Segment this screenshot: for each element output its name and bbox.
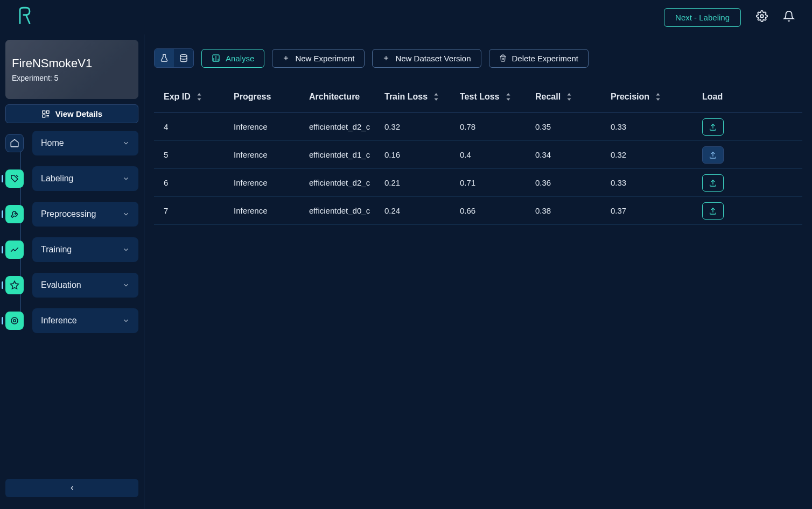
svg-rect-3 xyxy=(43,115,45,117)
upload-icon xyxy=(709,123,717,131)
chevron-down-icon xyxy=(122,175,130,182)
evaluation-icon xyxy=(5,276,24,294)
table-header: Exp ID Progress Architecture Train Loss … xyxy=(154,81,802,113)
svg-marker-22 xyxy=(435,98,438,100)
load-button[interactable] xyxy=(702,146,724,164)
load-button[interactable] xyxy=(702,174,724,192)
home-icon xyxy=(5,134,24,152)
cell-test-loss: 0.4 xyxy=(460,150,535,159)
sidebar-item-preprocessing[interactable]: Preprocessing xyxy=(5,202,138,227)
cell-progress: Inference xyxy=(234,150,309,159)
th-precision[interactable]: Precision xyxy=(611,92,702,102)
upload-icon xyxy=(709,179,717,187)
plus-icon xyxy=(382,54,390,62)
load-button[interactable] xyxy=(702,202,724,220)
table-row[interactable]: 4Inferenceefficientdet_d2_c0.320.780.350… xyxy=(154,113,802,141)
svg-marker-23 xyxy=(506,93,510,95)
sidebar: FireNSmokeV1 Experiment: 5 View Details … xyxy=(0,34,144,509)
settings-icon[interactable] xyxy=(756,10,768,24)
trash-icon xyxy=(499,54,507,62)
project-title: FireNSmokeV1 xyxy=(12,56,132,70)
nav-tick xyxy=(2,246,3,253)
cell-exp-id: 4 xyxy=(164,122,234,131)
sidebar-item-inference[interactable]: Inference xyxy=(5,308,138,333)
new-experiment-button[interactable]: New Experiment xyxy=(272,49,365,68)
sidebar-item-label: Labeling xyxy=(41,174,74,183)
cell-progress: Inference xyxy=(234,206,309,215)
sidebar-item-training[interactable]: Training xyxy=(5,237,138,262)
plus-icon xyxy=(282,54,290,62)
sidebar-item-label: Preprocessing xyxy=(41,209,96,219)
nav-tick xyxy=(2,175,3,182)
sort-icon xyxy=(196,93,202,101)
sidebar-item-label: Evaluation xyxy=(41,280,81,290)
experiments-table: Exp ID Progress Architecture Train Loss … xyxy=(154,81,802,225)
sidebar-item-button[interactable]: Inference xyxy=(32,308,138,333)
chevron-down-icon xyxy=(122,139,130,147)
nav-tick xyxy=(2,210,3,218)
cell-precision: 0.32 xyxy=(611,150,702,159)
svg-point-10 xyxy=(180,54,187,56)
load-button[interactable] xyxy=(702,118,724,136)
cell-test-loss: 0.66 xyxy=(460,206,535,215)
th-train-loss[interactable]: Train Loss xyxy=(384,92,460,102)
sidebar-item-button[interactable]: Training xyxy=(32,237,138,262)
sidebar-item-button[interactable]: Preprocessing xyxy=(32,202,138,227)
sidebar-item-evaluation[interactable]: Evaluation xyxy=(5,273,138,298)
project-card: FireNSmokeV1 Experiment: 5 xyxy=(5,40,138,99)
chevron-down-icon xyxy=(122,246,130,253)
cell-precision: 0.33 xyxy=(611,122,702,131)
view-details-button[interactable]: View Details xyxy=(5,104,138,123)
cell-architecture: efficientdet_d1_c xyxy=(309,150,384,159)
chevron-down-icon xyxy=(122,210,130,218)
bell-icon[interactable] xyxy=(783,10,795,24)
sidebar-item-button[interactable]: Labeling xyxy=(32,166,138,191)
sort-icon xyxy=(505,93,512,101)
cell-architecture: efficientdet_d0_c xyxy=(309,206,384,215)
app-header: Next - Labeling xyxy=(0,0,812,34)
cell-train-loss: 0.16 xyxy=(384,150,460,159)
sidebar-item-labeling[interactable]: Labeling xyxy=(5,166,138,191)
svg-marker-21 xyxy=(435,93,438,95)
collapse-sidebar-button[interactable] xyxy=(5,479,138,497)
view-toggle xyxy=(154,48,194,68)
view-details-label: View Details xyxy=(55,109,102,118)
th-recall[interactable]: Recall xyxy=(535,92,611,102)
new-experiment-label: New Experiment xyxy=(295,54,354,63)
svg-point-7 xyxy=(11,317,18,324)
sidebar-item-button[interactable]: Evaluation xyxy=(32,273,138,298)
svg-marker-25 xyxy=(568,93,571,95)
sidebar-item-button[interactable]: Home xyxy=(32,131,138,155)
chevron-left-icon xyxy=(68,484,76,492)
chevron-down-icon xyxy=(122,281,130,289)
th-test-loss[interactable]: Test Loss xyxy=(460,92,535,102)
delete-experiment-label: Delete Experiment xyxy=(512,54,578,63)
analyse-button[interactable]: Analyse xyxy=(201,49,264,68)
view-datasets-toggle[interactable] xyxy=(174,49,193,67)
svg-marker-28 xyxy=(656,98,660,100)
table-row[interactable]: 6Inferenceefficientdet_d2_c0.210.710.360… xyxy=(154,169,802,197)
logo xyxy=(17,6,32,28)
barchart-icon xyxy=(212,54,220,62)
table-row[interactable]: 5Inferenceefficientdet_d1_c0.160.40.340.… xyxy=(154,141,802,169)
svg-rect-2 xyxy=(46,111,49,114)
sidebar-item-home[interactable]: Home xyxy=(5,131,138,155)
cell-recall: 0.34 xyxy=(535,150,611,159)
table-row[interactable]: 7Inferenceefficientdet_d0_c0.240.660.380… xyxy=(154,197,802,225)
th-load: Load xyxy=(702,92,745,102)
next-button[interactable]: Next - Labeling xyxy=(664,8,741,27)
labeling-icon xyxy=(5,169,24,188)
svg-point-0 xyxy=(760,15,764,18)
new-dataset-button[interactable]: New Dataset Version xyxy=(372,49,481,68)
sidebar-item-label: Inference xyxy=(41,316,77,326)
view-experiments-toggle[interactable] xyxy=(155,49,174,67)
chevron-down-icon xyxy=(122,317,130,324)
th-exp-id[interactable]: Exp ID xyxy=(164,92,234,102)
sidebar-item-label: Home xyxy=(41,138,64,148)
sidebar-item-label: Training xyxy=(41,245,72,254)
cell-train-loss: 0.24 xyxy=(384,206,460,215)
th-progress: Progress xyxy=(234,92,309,102)
cell-precision: 0.33 xyxy=(611,178,702,187)
toolbar: Analyse New Experiment New Dataset Versi… xyxy=(154,48,802,68)
delete-experiment-button[interactable]: Delete Experiment xyxy=(489,49,589,68)
